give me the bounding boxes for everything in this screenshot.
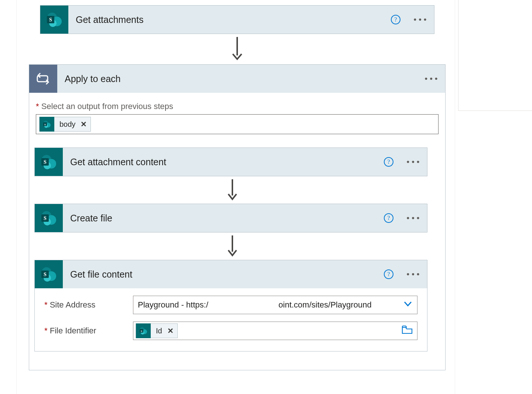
step-title: Get attachment content [63, 157, 383, 167]
svg-text:S: S [44, 123, 46, 126]
sharepoint-icon: S [35, 148, 63, 176]
param-label: * Site Address [44, 300, 129, 310]
apply-to-each-body: Select an output from previous steps S b… [29, 93, 445, 370]
more-menu-icon[interactable]: ••• [408, 15, 434, 24]
nested-steps: S Get attachment content ? ••• [36, 147, 439, 351]
folder-browse-icon[interactable] [402, 325, 413, 336]
svg-text:S: S [44, 272, 47, 277]
sharepoint-icon: S [35, 204, 63, 232]
file-identifier-input[interactable]: S Id ✕ [133, 322, 417, 340]
step-card-apply-to-each[interactable]: Apply to each ••• Select an output from … [29, 64, 446, 370]
remove-token-icon[interactable]: ✕ [81, 120, 87, 129]
step-title: Get file content [63, 269, 383, 280]
svg-text:S: S [44, 159, 47, 165]
more-menu-icon[interactable]: ••• [401, 213, 427, 223]
help-icon[interactable]: ? [391, 14, 401, 25]
flow-column: S Get attachments ? ••• Apply to each ••… [18, 0, 454, 370]
svg-text:S: S [44, 215, 47, 221]
step-card-create-file[interactable]: S Create file ? ••• [34, 204, 427, 232]
chevron-down-icon[interactable] [403, 299, 413, 311]
help-icon[interactable]: ? [383, 269, 394, 279]
connector-arrow [40, 37, 434, 63]
svg-text:?: ? [394, 16, 397, 23]
more-menu-icon[interactable]: ••• [401, 157, 427, 167]
dynamic-token-id[interactable]: S Id ✕ [136, 323, 178, 338]
more-menu-icon[interactable]: ••• [419, 74, 445, 84]
svg-text:S: S [141, 330, 142, 333]
field-label-select-output: Select an output from previous steps [36, 102, 439, 111]
connector-arrow [36, 179, 429, 202]
more-menu-icon[interactable]: ••• [401, 269, 427, 279]
step-title: Get attachments [68, 14, 391, 25]
step-params: * Site Address Playground - https:/oint.… [35, 288, 427, 351]
svg-text:?: ? [387, 159, 390, 165]
token-label: Id [154, 327, 164, 335]
field-value: Playground - https:/oint.com/sites/Playg… [138, 300, 403, 310]
svg-text:S: S [49, 17, 52, 23]
step-title: Create file [63, 213, 383, 224]
token-label: body [58, 120, 77, 129]
svg-text:?: ? [387, 215, 390, 221]
select-output-input[interactable]: S body ✕ [36, 114, 439, 134]
step-title: Apply to each [57, 74, 419, 84]
connector-arrow [36, 235, 429, 258]
step-card-get-attachments[interactable]: S Get attachments ? ••• [40, 5, 434, 34]
sharepoint-icon: S [35, 260, 63, 288]
param-row-site-address: * Site Address Playground - https:/oint.… [44, 296, 417, 314]
svg-text:?: ? [387, 271, 390, 277]
side-panel-edge [458, 0, 532, 111]
step-card-get-attachment-content[interactable]: S Get attachment content ? ••• [34, 147, 427, 176]
help-icon[interactable]: ? [383, 213, 394, 223]
help-icon[interactable]: ? [383, 157, 394, 167]
flow-designer-canvas: S Get attachments ? ••• Apply to each ••… [0, 0, 532, 394]
dynamic-token-body[interactable]: S body ✕ [39, 117, 91, 132]
sharepoint-icon: S [40, 117, 54, 132]
site-address-dropdown[interactable]: Playground - https:/oint.com/sites/Playg… [133, 296, 417, 314]
step-card-get-file-content[interactable]: S Get file content ? ••• * Site Address [34, 260, 427, 351]
remove-token-icon[interactable]: ✕ [167, 326, 174, 335]
param-row-file-identifier: * File Identifier S Id ✕ [44, 322, 417, 340]
param-label: * File Identifier [44, 326, 129, 336]
sharepoint-icon: S [40, 6, 68, 34]
loop-icon [29, 65, 57, 93]
sharepoint-icon: S [136, 323, 151, 338]
